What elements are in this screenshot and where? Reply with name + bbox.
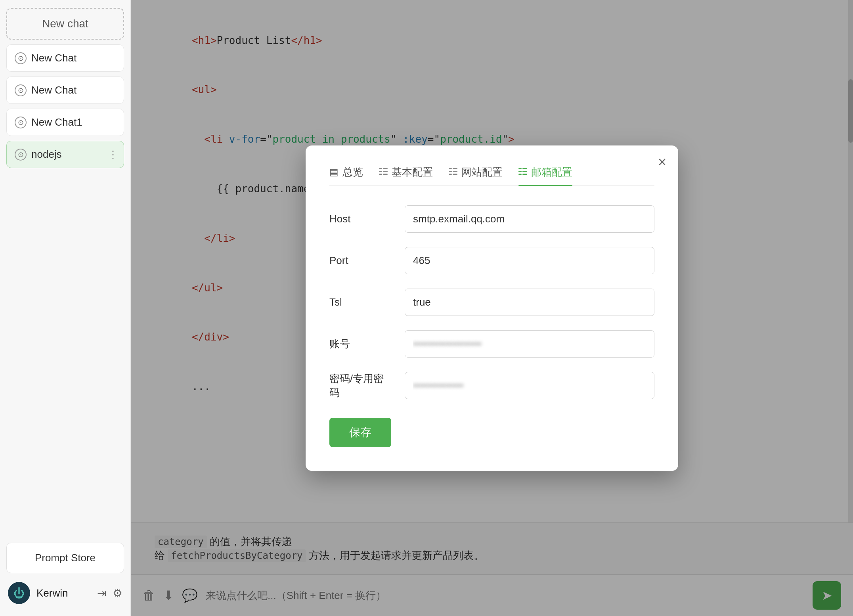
- svg-rect-1: [383, 168, 388, 169]
- user-actions: ⇥ ⚙: [97, 587, 122, 600]
- prompt-store-button[interactable]: Prompt Store: [6, 543, 124, 573]
- tab-overview[interactable]: ▤ 总览: [329, 165, 363, 186]
- settings-modal: × ▤ 总览: [306, 145, 678, 471]
- port-input[interactable]: [405, 247, 654, 274]
- chat-icon-1: ⊙: [15, 52, 27, 64]
- svg-rect-9: [453, 171, 457, 172]
- port-row: Port: [329, 247, 654, 274]
- sidebar-item-chat3[interactable]: ⊙ New Chat1: [6, 109, 124, 136]
- svg-rect-0: [379, 168, 382, 169]
- basic-icon: [379, 166, 388, 178]
- tab-website[interactable]: 网站配置: [449, 165, 503, 186]
- svg-rect-17: [522, 174, 527, 175]
- password-row: 密码/专用密码: [329, 372, 654, 400]
- new-chat-button[interactable]: New chat: [6, 8, 124, 40]
- tsl-input[interactable]: [405, 289, 654, 316]
- svg-rect-12: [518, 168, 522, 169]
- settings-icon[interactable]: ⚙: [113, 587, 122, 600]
- website-icon: [449, 166, 457, 178]
- host-label: Host: [329, 213, 393, 225]
- main-content: <h1>Product List</h1> <ul> <li v-for="pr…: [131, 0, 853, 616]
- avatar: ⏻: [8, 582, 30, 604]
- email-icon: [518, 166, 527, 178]
- svg-rect-3: [383, 171, 388, 172]
- chat-icon-3: ⊙: [15, 117, 27, 128]
- chat-label-1: New Chat: [31, 52, 77, 64]
- tab-overview-label: 总览: [342, 165, 363, 179]
- svg-rect-6: [449, 168, 452, 169]
- sidebar-item-chat1[interactable]: ⊙ New Chat: [6, 44, 124, 72]
- close-button[interactable]: ×: [658, 155, 666, 169]
- svg-rect-4: [379, 174, 382, 175]
- tab-email[interactable]: 邮箱配置: [518, 165, 572, 186]
- modal-overlay[interactable]: × ▤ 总览: [131, 0, 853, 616]
- svg-rect-11: [453, 174, 457, 175]
- account-row: 账号: [329, 330, 654, 358]
- logout-icon[interactable]: ⇥: [97, 587, 106, 600]
- chat-label-3: New Chat1: [31, 116, 82, 128]
- account-input[interactable]: [405, 330, 654, 358]
- host-input[interactable]: [405, 205, 654, 233]
- svg-rect-10: [449, 174, 452, 175]
- sidebar-item-nodejs[interactable]: ⊙ nodejs ⋮: [6, 141, 124, 168]
- svg-rect-16: [518, 174, 522, 175]
- save-button[interactable]: 保存: [329, 418, 391, 447]
- tab-email-label: 邮箱配置: [531, 165, 572, 179]
- svg-rect-13: [522, 168, 527, 169]
- tab-website-label: 网站配置: [461, 165, 503, 179]
- host-row: Host: [329, 205, 654, 233]
- chat-label-4: nodejs: [31, 148, 62, 161]
- svg-rect-5: [383, 174, 388, 175]
- avatar-icon: ⏻: [13, 587, 25, 600]
- chat-label-2: New Chat: [31, 84, 77, 96]
- user-section: ⏻ Kerwin ⇥ ⚙: [6, 578, 124, 608]
- overview-icon: ▤: [329, 166, 339, 178]
- password-input[interactable]: [405, 372, 654, 399]
- svg-rect-2: [379, 171, 382, 172]
- chat-icon-2: ⊙: [15, 84, 27, 96]
- tsl-label: Tsl: [329, 296, 393, 308]
- tsl-row: Tsl: [329, 289, 654, 316]
- tab-basic-label: 基本配置: [392, 165, 433, 179]
- account-label: 账号: [329, 337, 393, 351]
- modal-tabs: ▤ 总览 基本配置: [329, 165, 654, 186]
- svg-rect-14: [518, 171, 522, 172]
- more-options-icon[interactable]: ⋮: [108, 148, 118, 161]
- password-label: 密码/专用密码: [329, 372, 393, 400]
- tab-basic[interactable]: 基本配置: [379, 165, 433, 186]
- sidebar-item-chat2[interactable]: ⊙ New Chat: [6, 77, 124, 104]
- svg-rect-15: [522, 171, 527, 172]
- svg-rect-7: [453, 168, 457, 169]
- sidebar: New chat ⊙ New Chat ⊙ New Chat ⊙ New Cha…: [0, 0, 131, 616]
- port-label: Port: [329, 254, 393, 267]
- username: Kerwin: [36, 587, 91, 599]
- chat-icon-4: ⊙: [15, 149, 27, 161]
- svg-rect-8: [449, 171, 452, 172]
